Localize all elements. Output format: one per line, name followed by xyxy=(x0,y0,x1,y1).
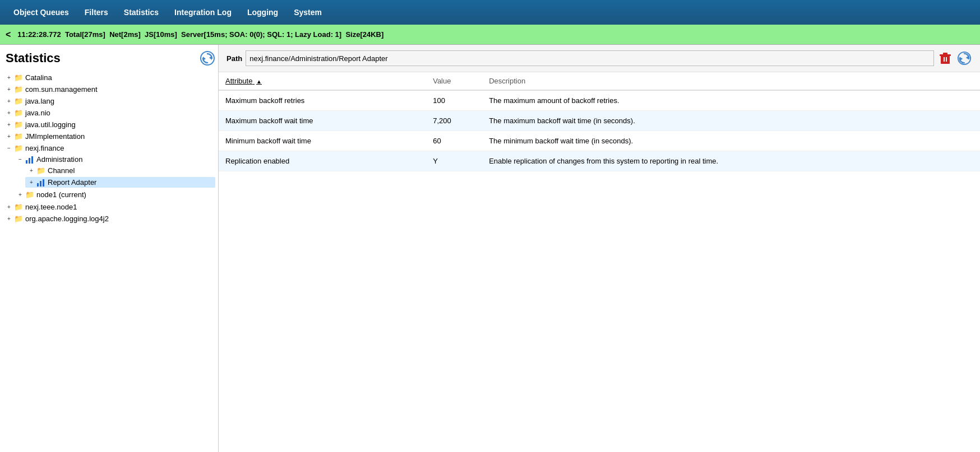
nav-integration-log[interactable]: Integration Log xyxy=(167,8,239,17)
tree-item-report-adapter: + Report Adapter xyxy=(25,176,215,188)
tree-row-jmimpl[interactable]: + 📁 JMImplementation xyxy=(3,131,215,142)
tree-row-org-apache[interactable]: + 📁 org.apache.logging.log4j2 xyxy=(3,213,215,224)
expander-jmimpl[interactable]: + xyxy=(5,133,13,141)
svg-rect-6 xyxy=(37,183,39,187)
sidebar: Statistics + 📁 Catalina xyxy=(0,45,219,452)
tree-item-com-sun: + 📁 com.sun.management xyxy=(3,83,215,95)
expander-administration[interactable]: − xyxy=(16,156,24,164)
expander-java-util-logging[interactable]: + xyxy=(5,121,13,129)
tree-row-administration[interactable]: − Administration xyxy=(14,154,215,165)
chart-icon-administration xyxy=(25,156,34,164)
label-org-apache: org.apache.logging.log4j2 xyxy=(25,215,109,223)
tree-item-nexj-teee: + 📁 nexj.teee.node1 xyxy=(3,201,215,213)
cell-description: The maximum amount of backoff retries. xyxy=(482,90,980,111)
tree-item-jmimpl: + 📁 JMImplementation xyxy=(3,131,215,142)
expander-channel[interactable]: + xyxy=(27,167,35,175)
sidebar-refresh-button[interactable] xyxy=(200,50,215,66)
expander-java-lang[interactable]: + xyxy=(5,97,13,105)
tree-row-nexj-finance[interactable]: − 📁 nexj.finance xyxy=(3,143,215,153)
nav-object-queues[interactable]: Object Queues xyxy=(6,8,77,17)
tree-row-catalina[interactable]: + 📁 Catalina xyxy=(3,72,215,83)
tree-item-org-apache: + 📁 org.apache.logging.log4j2 xyxy=(3,213,215,225)
delete-button[interactable] xyxy=(937,50,953,66)
nav-logging[interactable]: Logging xyxy=(239,8,286,17)
col-header-value[interactable]: Value xyxy=(426,72,482,90)
table-row: Maximum backoff retries100The maximum am… xyxy=(219,90,980,111)
svg-rect-5 xyxy=(31,156,33,164)
cell-attribute: Maximum backoff wait time xyxy=(219,111,426,131)
table-row: Maximum backoff wait time7,200The maximu… xyxy=(219,111,980,131)
folder-icon-catalina: 📁 xyxy=(14,73,23,82)
cell-value: 60 xyxy=(426,131,482,151)
tree-row-java-lang[interactable]: + 📁 java.lang xyxy=(3,96,215,106)
expander-report-adapter[interactable]: + xyxy=(27,179,35,187)
nav-statistics[interactable]: Statistics xyxy=(116,8,167,17)
svg-rect-7 xyxy=(40,181,41,187)
expander-catalina[interactable]: + xyxy=(5,74,13,82)
cell-description: Enable replication of changes from this … xyxy=(482,151,980,171)
top-nav: Object Queues Filters Statistics Integra… xyxy=(0,0,980,25)
tree-item-java-util-logging: + 📁 java.util.logging xyxy=(3,119,215,131)
back-button[interactable]: < xyxy=(6,30,11,40)
label-channel: Channel xyxy=(48,166,75,175)
svg-marker-1 xyxy=(209,56,212,60)
table-container: Attribute ▲ Value Description Maximum ba… xyxy=(219,72,980,452)
table-row: Replication enabledYEnable replication o… xyxy=(219,151,980,171)
expander-nexj-teee[interactable]: + xyxy=(5,203,13,211)
main-layout: Statistics + 📁 Catalina xyxy=(0,45,980,452)
tree-row-java-nio[interactable]: + 📁 java.nio xyxy=(3,108,215,118)
col-header-attribute[interactable]: Attribute ▲ xyxy=(219,72,426,90)
path-label: Path xyxy=(226,54,242,63)
label-nexj-finance: nexj.finance xyxy=(25,144,64,152)
label-java-util-logging: java.util.logging xyxy=(25,120,76,129)
subtree-administration: + 📁 Channel + xyxy=(14,165,215,188)
svg-rect-12 xyxy=(944,57,945,62)
folder-icon-com-sun: 📁 xyxy=(14,85,23,94)
svg-marker-16 xyxy=(960,57,963,60)
sort-arrow-attribute: ▲ xyxy=(256,78,262,85)
cell-attribute: Maximum backoff retries xyxy=(219,90,426,111)
nav-filters[interactable]: Filters xyxy=(77,8,116,17)
col-header-description[interactable]: Description xyxy=(482,72,980,90)
expander-com-sun[interactable]: + xyxy=(5,86,13,94)
tree-row-com-sun[interactable]: + 📁 com.sun.management xyxy=(3,84,215,95)
folder-icon-java-nio: 📁 xyxy=(14,109,23,117)
label-catalina: Catalina xyxy=(25,73,52,82)
label-administration: Administration xyxy=(36,155,82,164)
expander-org-apache[interactable]: + xyxy=(5,215,13,223)
cell-attribute: Minimum backoff wait time xyxy=(219,131,426,151)
cell-value: Y xyxy=(426,151,482,171)
sidebar-title: Statistics xyxy=(3,50,215,66)
tree-row-nexj-teee[interactable]: + 📁 nexj.teee.node1 xyxy=(3,202,215,212)
tree-item-nexj-finance: − 📁 nexj.finance − xyxy=(3,142,215,201)
tree-row-report-adapter[interactable]: + Report Adapter xyxy=(25,177,215,188)
folder-icon-channel: 📁 xyxy=(36,166,45,175)
folder-icon-node1: 📁 xyxy=(25,190,34,199)
cell-value: 7,200 xyxy=(426,111,482,131)
nav-system[interactable]: System xyxy=(286,8,330,17)
status-bar: < 11:22:28.772 Total[27ms] Net[2ms] JS[1… xyxy=(0,25,980,45)
expander-java-nio[interactable]: + xyxy=(5,109,13,117)
table-body: Maximum backoff retries100The maximum am… xyxy=(219,90,980,171)
label-com-sun: com.sun.management xyxy=(25,85,98,94)
content-area: Path xyxy=(219,45,980,452)
label-jmimpl: JMImplementation xyxy=(25,132,85,141)
svg-rect-13 xyxy=(946,57,947,62)
refresh-button[interactable] xyxy=(956,50,972,66)
tree: + 📁 Catalina + 📁 com.sun.management + 📁 xyxy=(3,72,215,225)
svg-rect-9 xyxy=(941,55,950,64)
expander-node1[interactable]: + xyxy=(16,191,24,199)
tree-row-channel[interactable]: + 📁 Channel xyxy=(25,165,215,176)
expander-nexj-finance[interactable]: − xyxy=(5,145,13,152)
tree-item-catalina: + 📁 Catalina xyxy=(3,72,215,83)
tree-item-node1: + 📁 node1 (current) xyxy=(14,189,215,201)
label-java-nio: java.nio xyxy=(25,109,50,117)
folder-icon-nexj-finance: 📁 xyxy=(14,144,23,152)
tree-item-java-nio: + 📁 java.nio xyxy=(3,107,215,119)
tree-row-java-util-logging[interactable]: + 📁 java.util.logging xyxy=(3,119,215,130)
label-nexj-teee: nexj.teee.node1 xyxy=(25,203,77,211)
tree-item-administration: − Administration xyxy=(14,153,215,189)
sidebar-heading: Statistics xyxy=(6,51,61,66)
tree-row-node1[interactable]: + 📁 node1 (current) xyxy=(14,189,215,200)
path-input[interactable] xyxy=(246,50,934,66)
